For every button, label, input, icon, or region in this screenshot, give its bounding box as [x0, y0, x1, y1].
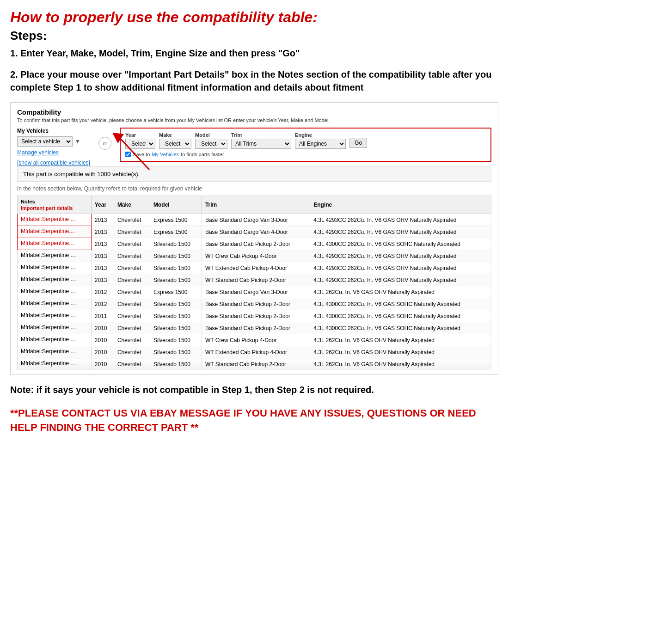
- cell-year: 2010: [91, 322, 114, 334]
- make-label: Make: [159, 132, 191, 138]
- notes-value: Mfrlabel:Serpentine ....: [21, 312, 77, 319]
- cell-make: Chevrolet: [114, 310, 150, 322]
- cell-make: Chevrolet: [114, 322, 150, 334]
- cell-model: Silverado 1500: [150, 250, 202, 262]
- my-vehicles-save-link[interactable]: My Vehicles: [152, 152, 179, 157]
- year-select[interactable]: -Select-: [125, 139, 155, 149]
- notes-value: Mfrlabel:Serpentine ....: [21, 336, 77, 343]
- cell-year: 2013: [91, 214, 114, 226]
- cell-engine: 4.3L 4300CC 262Cu. In. V6 GAS SOHC Natur…: [310, 298, 491, 310]
- table-row: Mfrlabel:Serpentine .... 2010 Chevrolet …: [18, 358, 491, 370]
- trim-select[interactable]: All Trims: [231, 139, 291, 149]
- cell-trim: WT Standard Cab Pickup 2-Door: [202, 358, 310, 370]
- cell-trim: Base Standard Cab Pickup 2-Door: [202, 322, 310, 334]
- compat-title: Compatibility: [17, 108, 491, 116]
- cell-engine: 4.3L 4293CC 262Cu. In. V6 GAS OHV Natura…: [310, 250, 491, 262]
- table-row: Mfrlabel:Serpentine .... 2013 Chevrolet …: [18, 274, 491, 286]
- cell-model: Silverado 1500: [150, 274, 202, 286]
- show-all-link[interactable]: [show all compatible vehicles]: [17, 159, 90, 166]
- table-row: Mfrlabel:Serpentine.... 2013 Chevrolet S…: [18, 238, 491, 250]
- cell-year: 2012: [91, 298, 114, 310]
- cell-year: 2013: [91, 226, 114, 238]
- or-divider: or: [98, 137, 111, 150]
- cell-make: Chevrolet: [114, 298, 150, 310]
- cell-model: Silverado 1500: [150, 238, 202, 250]
- vehicle-select[interactable]: Select a vehicle: [17, 136, 73, 147]
- cell-make: Chevrolet: [114, 238, 150, 250]
- cell-notes: Mfrlabel:Serpentine ....: [18, 214, 92, 226]
- notes-value: Mfrlabel:Serpentine ....: [21, 348, 77, 355]
- note-text: Note: if it says your vehicle is not com…: [10, 383, 498, 396]
- select-arrow-icon: ▼: [75, 138, 80, 145]
- model-select[interactable]: -Select-: [195, 139, 227, 149]
- cell-engine: 4.3L 262Cu. In. V6 GAS OHV Naturally Asp…: [310, 358, 491, 370]
- col-header-make: Make: [114, 196, 150, 214]
- table-row: Mfrlabel:Serpentine .... 2013 Chevrolet …: [18, 214, 491, 226]
- cell-year: 2012: [91, 286, 114, 298]
- my-vehicles-section: My Vehicles Select a vehicle ▼ Manage ve…: [17, 128, 90, 166]
- make-select[interactable]: -Select-: [159, 139, 191, 149]
- cell-make: Chevrolet: [114, 286, 150, 298]
- cell-make: Chevrolet: [114, 346, 150, 358]
- cell-make: Chevrolet: [114, 226, 150, 238]
- table-row: Mfrlabel:Serpentine .... 2010 Chevrolet …: [18, 322, 491, 334]
- cell-engine: 4.3L 4293CC 262Cu. In. V6 GAS OHV Natura…: [310, 274, 491, 286]
- step2-text: 2. Place your mouse over "Important Part…: [10, 68, 498, 94]
- save-checkbox[interactable]: [125, 152, 131, 157]
- notes-value: Mfrlabel:Serpentine ....: [21, 276, 77, 282]
- save-label: Save to: [133, 152, 150, 157]
- year-label: Year: [125, 132, 155, 138]
- cell-engine: 4.3L 4293CC 262Cu. In. V6 GAS OHV Natura…: [310, 226, 491, 238]
- cell-notes: Mfrlabel:Serpentine ....: [18, 274, 92, 286]
- cell-engine: 4.3L 262Cu. In. V6 GAS OHV Naturally Asp…: [310, 346, 491, 358]
- year-make-section: Year -Select- Make -Select- Model -Selec…: [120, 128, 491, 162]
- cell-trim: WT Crew Cab Pickup 4-Door: [202, 334, 310, 346]
- engine-label: Engine: [295, 132, 346, 138]
- cell-model: Silverado 1500: [150, 310, 202, 322]
- cell-notes: Mfrlabel:Serpentine ....: [18, 250, 92, 262]
- cell-make: Chevrolet: [114, 334, 150, 346]
- notes-value: Mfrlabel:Serpentine ....: [21, 216, 77, 222]
- compat-message: This part is compatible with 1000 vehicl…: [17, 166, 491, 182]
- cell-year: 2011: [91, 310, 114, 322]
- steps-heading: Steps:: [10, 29, 498, 43]
- cell-model: Express 1500: [150, 286, 202, 298]
- cell-make: Chevrolet: [114, 262, 150, 274]
- notes-value: Mfrlabel:Serpentine ....: [21, 324, 77, 331]
- table-row: Mfrlabel:Serpentine .... 2010 Chevrolet …: [18, 334, 491, 346]
- cell-trim: Base Standard Cargo Van 3-Door: [202, 214, 310, 226]
- cell-notes: Mfrlabel:Serpentine....: [18, 238, 92, 250]
- cell-trim: Base Standard Cab Pickup 2-Door: [202, 298, 310, 310]
- cell-notes: Mfrlabel:Serpentine ....: [18, 286, 92, 298]
- cell-make: Chevrolet: [114, 358, 150, 370]
- cell-make: Chevrolet: [114, 250, 150, 262]
- cell-notes: Mfrlabel:Serpentine ....: [18, 298, 92, 310]
- save-row: Save to My Vehicles to finds parts faste…: [125, 152, 486, 157]
- manage-vehicles-link[interactable]: Manage vehicles: [17, 149, 90, 156]
- cell-model: Silverado 1500: [150, 262, 202, 274]
- cell-notes: Mfrlabel:Serpentine ....: [18, 310, 92, 322]
- go-button[interactable]: Go: [349, 138, 367, 148]
- cell-notes: Mfrlabel:Serpentine ....: [18, 358, 92, 370]
- table-row: Mfrlabel:Serpentine .... 2011 Chevrolet …: [18, 310, 491, 322]
- cell-trim: WT Extended Cab Pickup 4-Door: [202, 262, 310, 274]
- compat-subtitle: To confirm that this part fits your vehi…: [17, 117, 491, 123]
- cell-make: Chevrolet: [114, 274, 150, 286]
- notes-value: Mfrlabel:Serpentine ....: [21, 360, 77, 367]
- cell-year: 2010: [91, 358, 114, 370]
- cell-engine: 4.3L 4293CC 262Cu. In. V6 GAS OHV Natura…: [310, 214, 491, 226]
- engine-select[interactable]: All Engines: [295, 139, 346, 149]
- cell-model: Silverado 1500: [150, 298, 202, 310]
- table-row: Mfrlabel:Serpentine .... 2013 Chevrolet …: [18, 262, 491, 274]
- cell-engine: 4.3L 262Cu. In. V6 GAS OHV Naturally Asp…: [310, 286, 491, 298]
- notes-value: Mfrlabel:Serpentine ....: [21, 300, 77, 307]
- cell-model: Silverado 1500: [150, 322, 202, 334]
- cell-year: 2013: [91, 262, 114, 274]
- cell-trim: Base Standard Cab Pickup 2-Door: [202, 310, 310, 322]
- notes-sub-header: Important part details: [21, 205, 73, 211]
- compatibility-widget: Compatibility To confirm that this part …: [10, 102, 498, 375]
- contact-text: **PLEASE CONTACT US VIA EBAY MESSAGE IF …: [10, 406, 498, 435]
- cell-year: 2010: [91, 334, 114, 346]
- cell-model: Silverado 1500: [150, 346, 202, 358]
- cell-trim: WT Crew Cab Pickup 4-Door: [202, 250, 310, 262]
